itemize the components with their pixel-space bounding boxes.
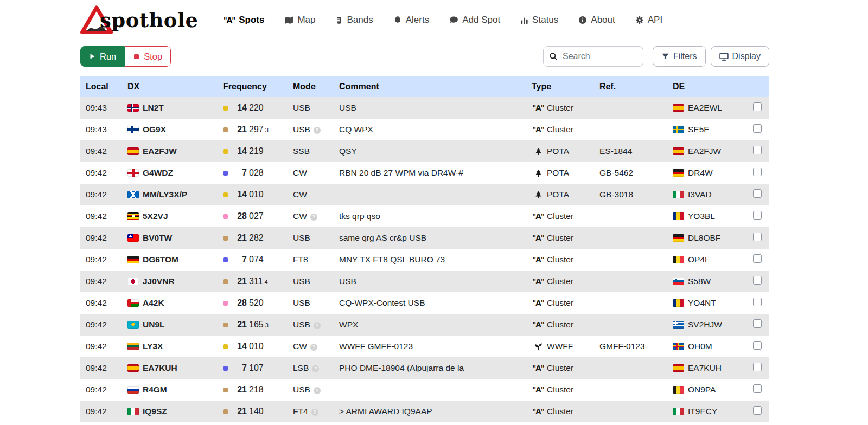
mode-info-icon[interactable]: ? — [314, 387, 321, 394]
frequency-cell: 7 028 — [223, 168, 293, 178]
spot-comment: USB — [339, 276, 532, 286]
table-row[interactable]: 09:42 DG6TOM 7 074 FT8? MNY TX FT8 QSL B… — [80, 249, 769, 271]
table-row[interactable]: 09:42 R4GM 21 218 USB? "A" Cluster — [80, 379, 769, 401]
checkbox-cell — [753, 102, 769, 113]
stop-button[interactable]: Stop — [125, 46, 171, 67]
antenna-icon: "A" — [532, 277, 545, 286]
table-row[interactable]: 09:42 G4WDZ 7 028 CW? RBN 20 dB 27 WPM v… — [80, 162, 769, 184]
de-callsign: SV2HJW — [688, 320, 722, 330]
dx-cell: 5X2VJ — [127, 211, 223, 221]
column-header-de: DE — [673, 82, 753, 92]
nav-item-about[interactable]: About — [578, 15, 615, 25]
spot-select-checkbox[interactable] — [753, 341, 762, 350]
dx-cell: BV0TW — [127, 233, 223, 243]
antenna-icon: "A" — [532, 234, 545, 242]
checkbox-cell — [753, 319, 769, 330]
run-button[interactable]: Run — [80, 46, 125, 67]
spot-select-checkbox[interactable] — [753, 384, 762, 393]
antenna-icon: "A" — [532, 299, 545, 307]
table-row[interactable]: 09:42 MM/LY3X/P 14 010 CW? "A" POTA GB-3… — [80, 184, 769, 205]
dx-country-flag — [127, 234, 139, 242]
spot-comment: > ARMI AWARD IQ9AAP — [339, 407, 532, 416]
brand-logo[interactable]: spothole — [80, 5, 199, 35]
mode-info-icon[interactable]: ? — [314, 127, 321, 134]
mode-cell: USB? — [293, 125, 339, 134]
type-label: POTA — [547, 190, 569, 199]
table-row[interactable]: 09:42 UN9L 21 165 3 USB? WPX "A" Cluster — [80, 314, 769, 336]
mode-info-icon[interactable]: ? — [310, 214, 317, 221]
tree-icon — [532, 191, 545, 199]
dx-callsign: 5X2VJ — [143, 211, 168, 221]
type-label: Cluster — [547, 363, 573, 373]
spot-select-checkbox[interactable] — [753, 319, 762, 328]
checkbox-cell — [753, 124, 769, 135]
nav-item-api[interactable]: API — [635, 15, 662, 25]
display-button[interactable]: Display — [711, 46, 769, 67]
table-row[interactable]: 09:42 A42K 28 520 USB? CQ-WPX-Contest US… — [80, 292, 769, 314]
spot-select-checkbox[interactable] — [753, 168, 762, 176]
dx-cell: G4WDZ — [127, 168, 223, 178]
table-row[interactable]: 09:42 BV0TW 21 282 USB? same qrg AS cr&p… — [80, 227, 769, 249]
type-label: Cluster — [547, 103, 573, 113]
checkbox-cell — [753, 168, 769, 178]
spot-select-checkbox[interactable] — [753, 298, 762, 306]
nav-item-status[interactable]: Status — [520, 15, 558, 25]
antenna-icon: "A" — [532, 407, 545, 416]
nav-item-bands[interactable]: Bands — [335, 15, 373, 25]
spot-select-checkbox[interactable] — [753, 233, 762, 241]
spot-select-checkbox[interactable] — [753, 254, 762, 263]
table-row[interactable]: 09:43 LN2T 14 220 USB? USB "A" Cluster — [80, 97, 769, 119]
spots-table: Local DX Frequency Mode Comment Type Ref… — [80, 76, 769, 422]
table-row[interactable]: 09:42 5X2VJ 28 027 CW? tks qrp qso "A" C… — [80, 205, 769, 227]
nav-item-add-spot[interactable]: Add Spot — [449, 15, 500, 25]
table-row[interactable]: 09:42 EA7KUH 7 107 LSB? PHO DME-18904 (A… — [80, 357, 769, 379]
table-row[interactable]: 09:42 IQ9SZ 21 140 FT4? > ARMI AWARD IQ9… — [80, 401, 769, 422]
type-cell: "A" POTA — [532, 168, 599, 178]
frequency-mhz: 21 — [234, 276, 247, 286]
spot-select-checkbox[interactable] — [753, 102, 762, 111]
table-row[interactable]: 09:42 LY3X 14 010 CW? WWFF GMFF-0123 "A"… — [80, 336, 769, 357]
mode-cell: USB? — [293, 298, 339, 308]
table-row[interactable]: 09:43 OG9X 21 297 3 USB? CQ WPX "A" Clus… — [80, 119, 769, 140]
nav-item-alerts[interactable]: Alerts — [393, 15, 429, 25]
de-country-flag — [673, 299, 684, 307]
spot-select-checkbox[interactable] — [753, 146, 762, 154]
band-color-square — [223, 127, 228, 132]
spot-select-checkbox[interactable] — [753, 189, 762, 198]
spot-select-checkbox[interactable] — [753, 276, 762, 285]
type-cell: "A" Cluster — [532, 103, 599, 113]
de-callsign: EA2EWL — [688, 103, 722, 113]
table-row[interactable]: 09:42 EA2FJW 14 219 SSB? QSY "A" POTA ES… — [80, 140, 769, 162]
band-color-square — [223, 301, 228, 306]
frequency-cell: 14 010 — [223, 342, 293, 351]
dx-callsign: G4WDZ — [143, 168, 173, 178]
frequency-mhz: 28 — [234, 211, 247, 221]
column-header-local: Local — [80, 82, 127, 92]
mode-info-icon[interactable]: ? — [311, 409, 318, 416]
de-callsign: DR4W — [688, 168, 713, 178]
de-callsign: IT9ECY — [688, 407, 717, 416]
frequency-cell: 21 311 4 — [223, 276, 293, 286]
type-label: Cluster — [547, 233, 573, 243]
mode-info-icon[interactable]: ? — [312, 365, 319, 372]
nav-item-spots[interactable]: "A"Spots — [224, 15, 265, 25]
filters-button[interactable]: Filters — [653, 46, 706, 67]
nav-item-map[interactable]: Map — [284, 15, 315, 25]
mode-info-icon[interactable]: ? — [314, 322, 321, 329]
spot-time: 09:42 — [80, 233, 127, 243]
mode-info-icon[interactable]: ? — [310, 344, 317, 351]
spot-select-checkbox[interactable] — [753, 211, 762, 220]
table-row[interactable]: 09:42 JJ0VNR 21 311 4 USB? USB "A" Clust… — [80, 271, 769, 292]
dx-callsign: DG6TOM — [143, 255, 178, 265]
spot-select-checkbox[interactable] — [753, 406, 762, 415]
search-input[interactable] — [543, 46, 643, 67]
frequency-khz: 219 — [249, 146, 264, 156]
spot-select-checkbox[interactable] — [753, 363, 762, 371]
de-callsign: ON9PA — [688, 385, 716, 395]
frequency-khz: 520 — [249, 298, 264, 308]
checkbox-cell — [753, 341, 769, 352]
reference: GMFF-0123 — [599, 342, 673, 351]
spot-select-checkbox[interactable] — [753, 124, 762, 133]
de-cell: EA2FJW — [673, 146, 753, 156]
type-label: WWFF — [547, 342, 573, 351]
